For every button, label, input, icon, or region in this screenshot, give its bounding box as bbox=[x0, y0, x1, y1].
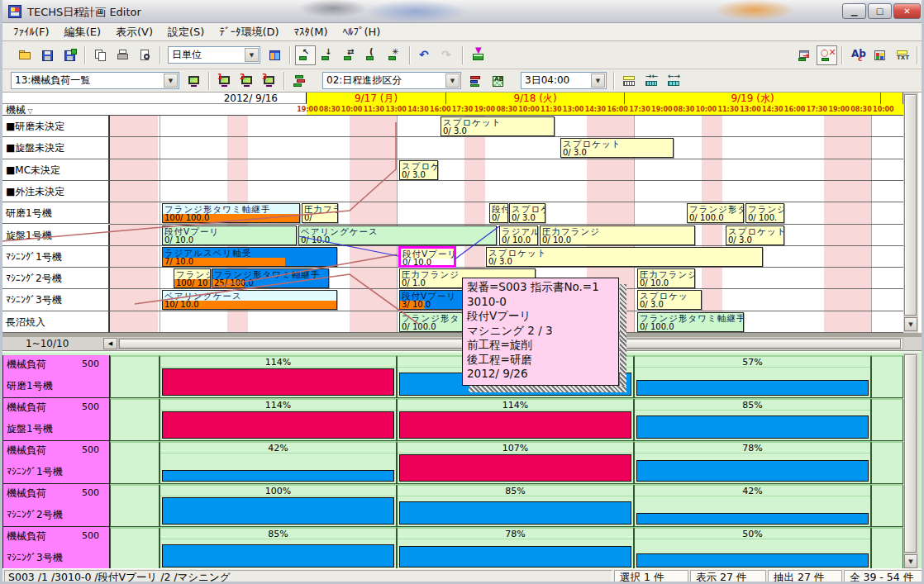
text-export-button[interactable]: TXT bbox=[892, 45, 912, 65]
load-cell[interactable]: 114% bbox=[397, 398, 634, 441]
schedule-group-button[interactable]: ( bbox=[362, 45, 383, 65]
load-cell[interactable]: 107% bbox=[397, 441, 634, 484]
load-row-label[interactable]: 機械負荷500研磨1号機 bbox=[2, 355, 110, 398]
folder-open-button[interactable] bbox=[15, 45, 36, 65]
close-button[interactable]: ✕ bbox=[893, 3, 921, 19]
machine-row-label[interactable]: ﾏｼﾆﾝｸﾞ1号機 bbox=[2, 246, 110, 268]
load-cell[interactable]: 42% bbox=[160, 441, 397, 484]
load-cell[interactable]: 85% bbox=[160, 527, 397, 570]
font-button[interactable]: Abc bbox=[847, 45, 868, 65]
copy-button[interactable] bbox=[90, 45, 111, 65]
schedule-shift-button[interactable]: ⇄ bbox=[340, 45, 360, 65]
gantt-vertical-scrollbar[interactable]: ▼ bbox=[903, 93, 918, 333]
span-combo[interactable]: 3日04:00▼ bbox=[521, 72, 607, 89]
load-row-label[interactable]: 機械負荷500旋盤1号機 bbox=[2, 398, 110, 441]
table-export-button[interactable]: ▼ bbox=[468, 45, 488, 65]
machine-row-label[interactable]: 長沼焼入 bbox=[2, 311, 110, 333]
minimize-button[interactable]: ▁ bbox=[842, 3, 866, 19]
menu-item-1[interactable]: 編集(E) bbox=[57, 23, 108, 41]
gantt-corner-machine[interactable]: 機械 ▽ bbox=[2, 104, 307, 116]
task-bar[interactable]: フランジ0/ 100. bbox=[745, 203, 784, 223]
monitor-button[interactable] bbox=[183, 72, 204, 90]
undo-button[interactable]: ↶ bbox=[415, 45, 436, 65]
task-bar[interactable]: スプロケ0/ 3.0 bbox=[399, 160, 438, 180]
chevron-down-icon[interactable]: ▼ bbox=[245, 48, 259, 62]
task-bar[interactable]: フランジ形タワミ軸継手0/ 100.0 bbox=[637, 312, 744, 332]
load-vscroll-thumb[interactable] bbox=[904, 354, 917, 553]
machine-row-label[interactable]: ﾏｼﾆﾝｸﾞ2号機 bbox=[2, 268, 110, 289]
screen-2-button[interactable]: 2 bbox=[236, 72, 257, 90]
time-unit-combo[interactable]: 日単位▼ bbox=[168, 46, 260, 64]
load-row-label[interactable]: 機械負荷500ﾏｼﾆﾝｸﾞ3号機 bbox=[2, 527, 110, 570]
task-bar[interactable]: 圧力フランジ0/ 10.0 bbox=[540, 226, 695, 245]
time-grid-button[interactable] bbox=[619, 72, 640, 90]
maximize-button[interactable]: □ bbox=[868, 3, 892, 19]
load-cell[interactable]: 114% bbox=[160, 398, 397, 441]
menu-item-6[interactable]: ﾍﾙﾌﾟ(H) bbox=[335, 24, 388, 40]
schedule-pin-button[interactable]: ↖ bbox=[295, 45, 316, 65]
color-bars-button[interactable] bbox=[465, 72, 486, 90]
chevron-down-icon[interactable]: ▼ bbox=[445, 74, 460, 88]
window-jump-button[interactable]: ➜ bbox=[794, 45, 815, 65]
task-bar[interactable]: 圧力フラ0/ bbox=[302, 203, 338, 223]
redo-button[interactable]: ↷ bbox=[437, 45, 458, 65]
gantt-vscroll-down-button[interactable]: ▼ bbox=[904, 317, 917, 331]
menu-item-5[interactable]: ﾏｽﾀ(M) bbox=[287, 24, 336, 40]
machine-row-label[interactable]: ﾏｼﾆﾝｸﾞ3号機 bbox=[2, 289, 110, 311]
load-cell[interactable]: 100% bbox=[160, 484, 397, 527]
task-bar[interactable]: スプロケット0/ 3.0 bbox=[486, 247, 763, 267]
window-colors-button[interactable] bbox=[264, 45, 285, 65]
task-bar[interactable]: 段付0/ bbox=[489, 203, 508, 223]
machine-row-label[interactable]: ■MC未決定 bbox=[2, 159, 110, 181]
load-vertical-scrollbar[interactable]: ▼ bbox=[903, 353, 918, 570]
load-cell[interactable]: 114% bbox=[160, 355, 397, 398]
task-bar[interactable]: フランジ形タワミ軸継手100/ 100.0 bbox=[162, 203, 300, 223]
abc-pattern-button[interactable]: AB bbox=[488, 72, 508, 90]
filter-icon[interactable]: ▽ bbox=[26, 107, 33, 115]
task-bar[interactable]: フランジ形タワミ軸継手25/ 100.0 bbox=[212, 268, 329, 288]
machine-row-label[interactable]: ■外注未決定 bbox=[2, 181, 110, 202]
task-bar[interactable]: スプロケット0/ 3.0 bbox=[441, 116, 555, 136]
progress-kind-combo[interactable]: 02:日程進捗区分▼ bbox=[322, 72, 461, 89]
task-bar[interactable]: スプロケッ0/ 3.0 bbox=[637, 290, 702, 310]
menu-item-3[interactable]: 設定(S) bbox=[160, 23, 212, 41]
task-bar[interactable]: 圧力フランジ0/ 10.0 bbox=[637, 268, 695, 288]
schedule-new-button[interactable]: ✳ bbox=[384, 45, 405, 65]
machine-row-label[interactable]: 研磨1号機 bbox=[2, 202, 110, 224]
load-cell[interactable]: 85% bbox=[397, 484, 634, 527]
machine-row-label[interactable]: ■研磨未決定 bbox=[2, 116, 110, 137]
gantt-vscroll-thumb[interactable] bbox=[904, 94, 917, 316]
task-bar[interactable]: ラジアルスベリ軸受7/ 10.0 bbox=[162, 247, 337, 267]
screen-3-button[interactable]: 3 bbox=[259, 72, 279, 90]
schedule-drop-button[interactable]: ↓ bbox=[317, 45, 338, 65]
task-bar[interactable]: ベアリングケース0/ 10.0 bbox=[298, 226, 497, 245]
chevron-down-icon[interactable]: ▼ bbox=[591, 74, 605, 88]
task-bar[interactable]: フランジ100/ 10 bbox=[174, 268, 211, 288]
load-cell[interactable]: 85% bbox=[634, 398, 871, 441]
menu-item-0[interactable]: ﾌｧｲﾙ(F) bbox=[6, 24, 57, 40]
load-cell[interactable]: 57% bbox=[634, 355, 871, 398]
scale-shrink-button[interactable]: ←→ bbox=[664, 72, 684, 90]
hscroll-left-button[interactable]: ◀ bbox=[103, 338, 117, 349]
task-bar[interactable]: スプロケット0/ 3.0 bbox=[726, 226, 784, 245]
task-bar[interactable]: フランジ形タ0/ 100.0 bbox=[687, 203, 744, 223]
menu-item-4[interactable]: ﾃﾞｰﾀ環境(D) bbox=[212, 23, 286, 41]
cascade-button[interactable] bbox=[289, 72, 310, 90]
load-cell[interactable]: 78% bbox=[634, 441, 871, 484]
task-bar[interactable]: スプロケット0/ 3.0 bbox=[560, 138, 674, 158]
save-export-button[interactable] bbox=[60, 45, 80, 65]
menu-item-2[interactable]: 表示(V) bbox=[108, 23, 160, 41]
machine-row-label[interactable]: 旋盤1号機 bbox=[2, 225, 110, 246]
load-row-label[interactable]: 機械負荷500ﾏｼﾆﾝｸﾞ2号機 bbox=[2, 484, 110, 527]
scale-expand-button[interactable]: →← bbox=[641, 72, 662, 90]
machine-row-label[interactable]: ■旋盤未決定 bbox=[2, 137, 110, 159]
screen-1-button[interactable]: 1 bbox=[214, 72, 235, 90]
load-vscroll-down-button[interactable]: ▼ bbox=[904, 554, 917, 568]
task-bar[interactable]: ラジアル0/ 10.0 bbox=[499, 226, 538, 245]
task-bar[interactable]: 段付Vプーリ3/ 10.0 bbox=[399, 290, 465, 310]
print-button[interactable] bbox=[112, 45, 133, 65]
load-cell[interactable]: 78% bbox=[397, 527, 634, 570]
task-bar[interactable]: ベアリングケース10/ 10.0 bbox=[162, 290, 337, 310]
load-cell[interactable]: 42% bbox=[634, 484, 871, 527]
task-bar[interactable]: スプロケ0/ 3.0 bbox=[509, 203, 545, 223]
